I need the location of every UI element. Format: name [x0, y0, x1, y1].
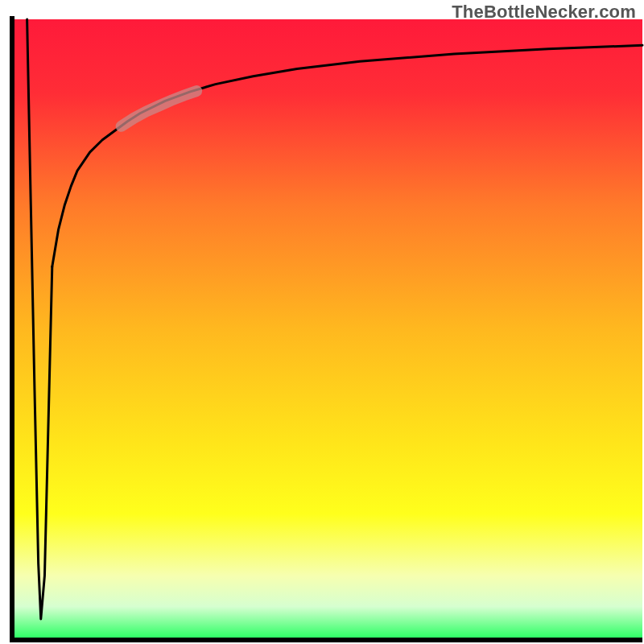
y-axis	[10, 16, 14, 641]
watermark-text: TheBottleNecker.com	[452, 2, 636, 23]
gradient-background	[14, 19, 642, 638]
chart-container: TheBottleNecker.com	[0, 0, 644, 644]
x-axis	[10, 638, 642, 642]
chart-svg	[0, 0, 644, 644]
